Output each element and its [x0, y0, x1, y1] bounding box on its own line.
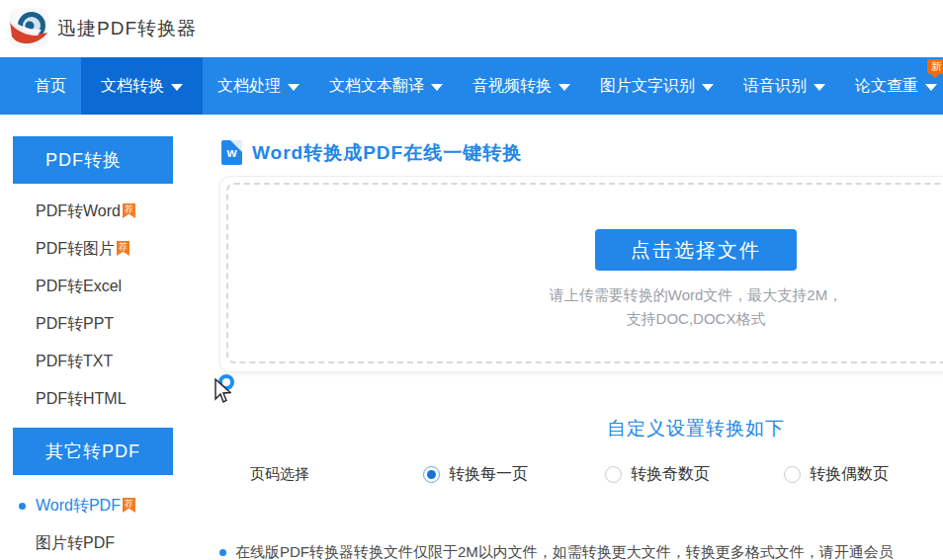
nav-label: 论文查重 [855, 76, 918, 97]
new-badge: 新 [927, 59, 943, 74]
sidebar-list: PDF转Word荐 PDF转图片荐 PDF转Excel PDF转PPT PDF转… [13, 184, 173, 428]
nav-label: 语音识别 [743, 76, 807, 97]
chevron-down-icon [925, 84, 937, 91]
radio-convert-every-page[interactable]: 转换每一页 [423, 464, 528, 485]
settings-heading: 自定义设置转换如下 [219, 416, 943, 441]
nav-item-doc-translate[interactable]: 文档文本翻译 [314, 57, 458, 115]
mouse-cursor [212, 377, 231, 405]
nav-label: 图片文字识别 [600, 76, 695, 97]
upload-hint-line1: 请上传需要转换的Word文件，最大支持2M， [219, 283, 943, 307]
sidebar-item-label: PDF转HTML [36, 390, 127, 407]
radio-label: 转换奇数页 [631, 464, 710, 485]
radio-convert-even-pages[interactable]: 转换偶数页 [784, 464, 889, 485]
sidebar-item-pdf-to-word[interactable]: PDF转Word荐 [13, 193, 173, 230]
radio-label: 转换每一页 [449, 464, 528, 485]
chevron-down-icon [431, 84, 443, 91]
footer-note-text: 在线版PDF转换器转换文件仅限于2M以内文件，如需转换更大文件，转换更多格式文件… [235, 542, 894, 560]
sidebar-item-word-to-pdf[interactable]: Word转PDF荐 [13, 487, 173, 524]
radio-selected-icon[interactable] [423, 466, 440, 483]
page-select-label: 页码选择 [250, 465, 309, 484]
page-root: 迅捷PDF转换器 首页 文档转换 文档处理 文档文本翻译 音视频转换 图片文字识… [0, 0, 943, 560]
upload-hint: 请上传需要转换的Word文件，最大支持2M， 支持DOC,DOCX格式 [219, 283, 943, 331]
sidebar-item-pdf-to-excel[interactable]: PDF转Excel [13, 268, 173, 305]
app-header: 迅捷PDF转换器 [0, 0, 943, 57]
nav-item-speech[interactable]: 语音识别 [729, 57, 840, 115]
sidebar-section-other-to-pdf: 其它转PDF [13, 428, 173, 475]
sidebar-item-label: PDF转PPT [36, 315, 114, 332]
recommend-badge: 荐 [123, 498, 135, 513]
radio-unselected-icon[interactable] [784, 466, 801, 483]
nav-label: 文档文本翻译 [329, 76, 424, 97]
sidebar-item-pdf-to-html[interactable]: PDF转HTML [13, 380, 173, 418]
sidebar-item-label: PDF转Word [36, 202, 121, 219]
nav-label: 文档转换 [101, 76, 164, 97]
chevron-down-icon [171, 84, 183, 91]
bullet-dot-icon [219, 549, 226, 556]
active-bullet-icon [19, 503, 26, 510]
sidebar-item-pdf-to-txt[interactable]: PDF转TXT [13, 343, 173, 380]
sidebar-item-label: 图片转PDF [36, 534, 115, 551]
page-title: Word转换成PDF在线一键转换 [252, 140, 522, 166]
recommend-badge: 荐 [117, 241, 129, 256]
select-file-button[interactable]: 点击选择文件 [595, 229, 797, 271]
nav-label: 文档处理 [217, 76, 281, 97]
sidebar-item-label: PDF转TXT [36, 353, 113, 369]
upload-dropzone[interactable] [226, 183, 943, 363]
sidebar-item-label: Word转PDF [36, 497, 121, 514]
chevron-down-icon [814, 84, 825, 91]
sidebar-list: Word转PDF荐 图片转PDF [13, 475, 173, 560]
nav-item-ocr[interactable]: 图片文字识别 [585, 57, 729, 115]
nav-label: 音视频转换 [472, 76, 552, 97]
sidebar-item-pdf-to-ppt[interactable]: PDF转PPT [13, 305, 173, 343]
top-nav: 首页 文档转换 文档处理 文档文本翻译 音视频转换 图片文字识别 语音识别 论文… [0, 57, 943, 115]
recommend-badge: 荐 [123, 203, 135, 218]
radio-label: 转换偶数页 [810, 464, 889, 485]
upload-panel [219, 176, 943, 372]
sidebar-item-image-to-pdf[interactable]: 图片转PDF [13, 524, 173, 560]
sidebar-item-pdf-to-image[interactable]: PDF转图片荐 [13, 230, 173, 268]
brand-logo-icon[interactable] [8, 7, 49, 48]
nav-item-home[interactable]: 首页 [20, 57, 81, 115]
footer-note: 在线版PDF转换器转换文件仅限于2M以内文件，如需转换更大文件，转换更多格式文件… [219, 542, 943, 560]
upload-hint-line2: 支持DOC,DOCX格式 [219, 307, 943, 331]
chevron-down-icon [558, 84, 570, 91]
radio-convert-odd-pages[interactable]: 转换奇数页 [605, 464, 710, 485]
sidebar: PDF转换 PDF转Word荐 PDF转图片荐 PDF转Excel PDF转PP… [13, 136, 173, 560]
chevron-down-icon [702, 84, 714, 91]
sidebar-section-pdf-convert: PDF转换 [13, 136, 173, 184]
nav-item-paper-check[interactable]: 论文查重 新 [840, 57, 943, 115]
sidebar-item-label: PDF转Excel [36, 278, 122, 294]
app-title: 迅捷PDF转换器 [57, 0, 197, 57]
sidebar-item-label: PDF转图片 [36, 240, 115, 257]
radio-unselected-icon[interactable] [605, 466, 622, 483]
word-doc-icon: w [221, 140, 242, 165]
nav-label: 首页 [35, 76, 66, 97]
nav-item-doc-process[interactable]: 文档处理 [203, 57, 314, 115]
nav-item-doc-convert[interactable]: 文档转换 [81, 57, 203, 115]
chevron-down-icon [288, 84, 300, 91]
nav-item-av-convert[interactable]: 音视频转换 [458, 57, 585, 115]
